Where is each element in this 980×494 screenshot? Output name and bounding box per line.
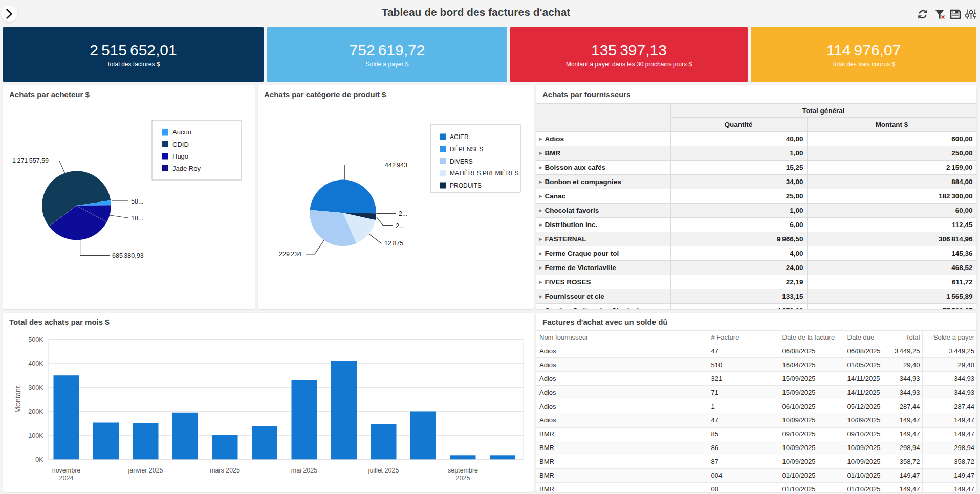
svg-text:442 943: 442 943 [385,162,407,169]
svg-text:DÉPENSES: DÉPENSES [450,145,483,153]
svg-text:2024: 2024 [59,475,74,482]
svg-text:0K: 0K [35,456,43,463]
svg-text:Aucun: Aucun [172,128,191,136]
svg-text:2025: 2025 [456,475,470,482]
svg-text:ACIER: ACIER [450,133,469,141]
svg-text:100K: 100K [28,432,43,439]
svg-text:200K: 200K [28,408,43,415]
svg-text:janvier 2025: janvier 2025 [127,467,163,474]
svg-text:mars 2025: mars 2025 [210,467,240,474]
svg-text:Montant: Montant [14,386,22,413]
svg-text:CDID: CDID [172,141,189,148]
svg-text:novembre: novembre [52,467,81,474]
svg-text:Jade Roy: Jade Roy [172,165,201,172]
svg-text:300K: 300K [28,384,43,391]
svg-text:2...: 2... [396,222,404,230]
svg-text:DIVERS: DIVERS [450,158,473,165]
svg-text:1 271 557,59: 1 271 557,59 [12,157,49,164]
svg-text:Hugo: Hugo [172,152,188,160]
svg-text:PRODUITS: PRODUITS [450,182,482,189]
svg-text:400K: 400K [28,360,43,367]
svg-text:mai 2025: mai 2025 [291,467,317,474]
svg-text:229 234: 229 234 [279,251,301,258]
svg-text:MATIÈRES PREMIÈRES: MATIÈRES PREMIÈRES [450,169,518,177]
svg-text:18...: 18... [131,215,143,222]
svg-text:septembre: septembre [448,467,478,474]
svg-text:12 875: 12 875 [384,240,403,247]
svg-text:2...: 2... [399,210,407,217]
svg-text:500K: 500K [28,336,43,343]
svg-text:685 380,93: 685 380,93 [112,252,144,259]
svg-text:58...: 58... [131,198,143,205]
svg-text:juillet 2025: juillet 2025 [368,467,399,474]
